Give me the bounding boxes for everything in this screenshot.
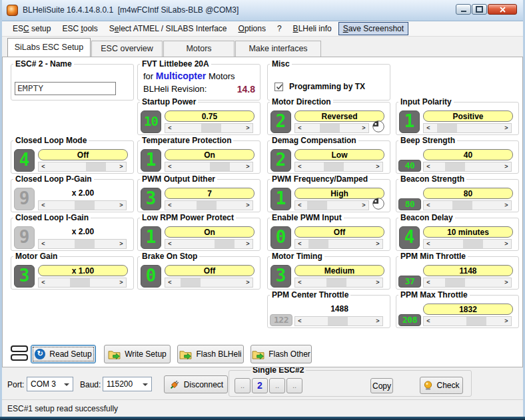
scroll-thumb[interactable]	[307, 201, 327, 210]
scroll-left-arrow-icon[interactable]: <	[39, 162, 48, 171]
scroll-thumb[interactable]	[75, 240, 95, 248]
scroll-left-arrow-icon[interactable]: <	[424, 201, 433, 210]
tab-esc-overview[interactable]: ESC overview	[91, 41, 163, 57]
menu-esc-tools[interactable]: ESC tools	[57, 22, 102, 35]
param-scrollbar-beep-strength[interactable]: <>	[423, 162, 512, 172]
menu-esc-setup[interactable]: ESC setup	[8, 22, 55, 35]
scroll-right-arrow-icon[interactable]: >	[502, 124, 511, 132]
param-scrollbar-ppm-max-throttle[interactable]: <>	[423, 316, 512, 326]
scroll-right-arrow-icon[interactable]: >	[502, 162, 511, 171]
title-bar[interactable]: BLHeliSuite 16.4.14.8.0.1 [m4wFCIntf SiL…	[0, 0, 525, 21]
scroll-thumb[interactable]	[437, 124, 457, 132]
menu-select-atmel-silabs-interface[interactable]: Select ATMEL / SILABS Interface	[105, 22, 232, 35]
close-button[interactable]	[488, 4, 517, 15]
flash-blheli-button[interactable]: Flash BLHeli	[177, 345, 244, 363]
menu-options[interactable]: Options	[234, 22, 270, 35]
scroll-left-arrow-icon[interactable]: <	[165, 240, 175, 248]
scroll-left-arrow-icon[interactable]: <	[295, 240, 304, 248]
scroll-thumb[interactable]	[210, 162, 230, 171]
param-scrollbar-brake-on-stop[interactable]: <>	[165, 278, 253, 288]
scroll-right-arrow-icon[interactable]: >	[359, 201, 368, 210]
scroll-left-arrow-icon[interactable]: <	[424, 240, 433, 248]
scroll-left-arrow-icon[interactable]: <	[295, 278, 304, 287]
esc-select-button-4[interactable]: ..	[286, 378, 302, 393]
port-select[interactable]: COM 3	[27, 377, 73, 391]
scroll-thumb[interactable]	[328, 317, 348, 325]
scroll-left-arrow-icon[interactable]: <	[295, 124, 304, 132]
param-scrollbar-temperature-protection[interactable]: <>	[165, 162, 253, 172]
scroll-right-arrow-icon[interactable]: >	[359, 124, 368, 132]
param-scrollbar-beacon-strength[interactable]: <>	[423, 200, 512, 210]
scroll-left-arrow-icon[interactable]: <	[165, 124, 175, 132]
param-scrollbar-ppm-center-throttle[interactable]: <>	[294, 316, 383, 326]
scroll-thumb[interactable]	[215, 240, 235, 248]
scroll-thumb[interactable]	[445, 278, 465, 287]
scroll-thumb[interactable]	[466, 317, 486, 325]
esc-select-button-3[interactable]: ..	[269, 378, 285, 393]
param-scrollbar-input-polarity[interactable]: <>	[423, 123, 512, 133]
per-esc-die-icon[interactable]	[372, 120, 385, 133]
scroll-thumb[interactable]	[308, 240, 328, 248]
per-esc-die-icon[interactable]	[372, 197, 385, 210]
param-scrollbar-motor-gain[interactable]: <>	[38, 278, 127, 288]
scroll-thumb[interactable]	[70, 278, 90, 287]
flash-other-button[interactable]: Flash Other	[251, 345, 312, 363]
scroll-right-arrow-icon[interactable]: >	[117, 278, 126, 287]
scroll-left-arrow-icon[interactable]: <	[39, 278, 48, 287]
scroll-right-arrow-icon[interactable]: >	[117, 240, 126, 248]
scroll-left-arrow-icon[interactable]: <	[165, 278, 175, 287]
scroll-right-arrow-icon[interactable]: >	[117, 162, 126, 171]
menu-blheli-info[interactable]: BLHeli info	[288, 22, 336, 35]
param-scrollbar-closed-loop-i-gain[interactable]: <>	[38, 239, 127, 249]
param-scrollbar-pwm-frequency-damped[interactable]: <>	[294, 200, 369, 210]
minimize-button[interactable]	[456, 4, 471, 15]
esc-select-button-1[interactable]: ..	[235, 378, 251, 393]
scroll-thumb[interactable]	[181, 278, 201, 287]
param-scrollbar-startup-power[interactable]: <>	[165, 123, 253, 133]
copy-button[interactable]: Copy	[370, 378, 393, 393]
scroll-thumb[interactable]	[201, 124, 221, 132]
scroll-thumb[interactable]	[326, 278, 346, 287]
param-scrollbar-ppm-min-throttle[interactable]: <>	[423, 278, 512, 288]
param-scrollbar-beacon-delay[interactable]: <>	[423, 239, 512, 249]
param-scrollbar-motor-direction[interactable]: <>	[294, 123, 369, 133]
menu-save-screenshot[interactable]: Save Screenshot	[338, 22, 408, 35]
scroll-thumb[interactable]	[320, 124, 340, 132]
check-button[interactable]: Check	[420, 377, 463, 394]
scroll-thumb[interactable]	[324, 162, 344, 171]
scroll-left-arrow-icon[interactable]: <	[295, 317, 304, 325]
scroll-thumb[interactable]	[452, 201, 472, 210]
param-scrollbar-closed-loop-p-gain[interactable]: <>	[38, 200, 127, 210]
esc-select-button-2[interactable]: 2	[252, 378, 268, 393]
scroll-right-arrow-icon[interactable]: >	[243, 278, 253, 287]
scroll-left-arrow-icon[interactable]: <	[424, 278, 433, 287]
param-scrollbar-closed-loop-mode[interactable]: <>	[38, 162, 127, 172]
scroll-thumb[interactable]	[445, 162, 465, 171]
scroll-right-arrow-icon[interactable]: >	[502, 278, 511, 287]
scroll-left-arrow-icon[interactable]: <	[39, 201, 48, 210]
param-scrollbar-pwm-output-dither[interactable]: <>	[165, 200, 253, 210]
write-setup-button[interactable]: Write Setup	[104, 345, 171, 363]
scroll-left-arrow-icon[interactable]: <	[165, 201, 175, 210]
baud-select[interactable]: 115200	[103, 377, 152, 391]
maximize-button[interactable]	[472, 4, 487, 15]
scroll-right-arrow-icon[interactable]: >	[373, 278, 382, 287]
param-scrollbar-low-rpm-power-protect[interactable]: <>	[165, 239, 253, 249]
param-scrollbar-demag-compensation[interactable]: <>	[294, 162, 383, 172]
tab-make-interfaces[interactable]: Make interfaces	[235, 41, 321, 57]
scroll-left-arrow-icon[interactable]: <	[424, 124, 433, 132]
disconnect-button[interactable]: Disconnect	[164, 375, 228, 393]
scroll-left-arrow-icon[interactable]: <	[424, 317, 433, 325]
scroll-left-arrow-icon[interactable]: <	[424, 162, 433, 171]
scroll-right-arrow-icon[interactable]: >	[243, 201, 253, 210]
programming-by-tx-checkbox[interactable]	[274, 83, 283, 91]
tab-motors[interactable]: Motors	[163, 41, 235, 57]
tab-silabs-esc-setup[interactable]: SiLabs ESC Setup	[7, 38, 91, 57]
scroll-left-arrow-icon[interactable]: <	[295, 162, 304, 171]
scroll-right-arrow-icon[interactable]: >	[373, 240, 382, 248]
scroll-right-arrow-icon[interactable]: >	[117, 201, 126, 210]
scroll-right-arrow-icon[interactable]: >	[373, 317, 382, 325]
scroll-left-arrow-icon[interactable]: <	[295, 201, 304, 210]
scroll-right-arrow-icon[interactable]: >	[243, 240, 253, 248]
read-setup-button[interactable]: ↻Read Setup	[31, 345, 96, 363]
